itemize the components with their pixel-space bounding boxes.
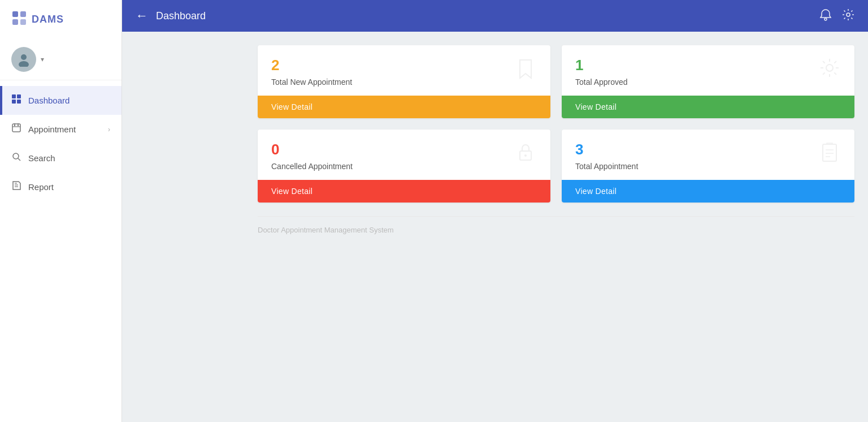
card-footer-total[interactable]: View Detail — [562, 180, 854, 203]
svg-point-22 — [824, 18, 827, 20]
sidebar-item-appointment[interactable]: Appointment › — [0, 115, 121, 144]
svg-rect-14 — [14, 125, 15, 126]
avatar — [11, 47, 36, 72]
svg-point-24 — [826, 64, 833, 71]
card-left: 0 Cancelled Appointment — [271, 141, 353, 171]
card-icon-lock — [514, 141, 537, 168]
back-button[interactable]: ← — [136, 8, 148, 23]
svg-point-26 — [524, 154, 527, 157]
card-footer-approved[interactable]: View Detail — [562, 96, 854, 118]
card-count: 3 — [575, 141, 638, 158]
app-logo: DAMS — [0, 0, 121, 39]
card-body: 2 Total New Appointment — [258, 45, 550, 96]
card-body: 0 Cancelled Appointment — [258, 130, 550, 180]
footer-text: Doctor Appointment Management System — [258, 216, 854, 234]
card-footer-cancelled[interactable]: View Detail — [258, 180, 550, 203]
page-title: Dashboard — [156, 10, 819, 22]
card-total-new-appointment: 2 Total New Appointment View Detail — [258, 45, 550, 118]
card-label: Cancelled Appointment — [271, 162, 353, 171]
card-body: 3 Total Appointment — [562, 130, 854, 180]
card-count: 2 — [271, 57, 352, 74]
cards-grid: 2 Total New Appointment View Detail 1 To… — [258, 45, 854, 203]
svg-marker-18 — [13, 182, 20, 190]
sidebar-item-dashboard[interactable]: Dashboard — [0, 86, 121, 115]
search-label: Search — [28, 153, 55, 163]
report-icon — [11, 180, 21, 193]
settings-icon[interactable] — [842, 8, 854, 24]
svg-rect-1 — [20, 11, 26, 17]
sidebar: DAMS ▾ Dashboard — [0, 0, 122, 422]
svg-rect-0 — [12, 11, 18, 17]
sidebar-item-report[interactable]: Report — [0, 173, 121, 201]
appointment-icon — [11, 123, 21, 136]
card-icon-bookmark — [514, 57, 537, 84]
card-label: Total Approved — [575, 77, 628, 87]
card-left: 2 Total New Appointment — [271, 57, 352, 87]
search-icon — [11, 152, 21, 165]
card-total-approved: 1 Total Approved View Detail — [562, 45, 854, 118]
svg-rect-2 — [12, 19, 18, 25]
notification-icon[interactable] — [819, 8, 832, 24]
svg-rect-7 — [17, 94, 21, 98]
card-icon-clipboard — [818, 141, 841, 168]
svg-point-5 — [19, 61, 29, 67]
card-cancelled-appointment: 0 Cancelled Appointment View Detail — [258, 130, 550, 203]
report-label: Report — [28, 182, 54, 192]
svg-line-17 — [18, 158, 20, 161]
user-dropdown-arrow[interactable]: ▾ — [41, 55, 44, 63]
card-left: 1 Total Approved — [575, 57, 628, 87]
svg-rect-6 — [12, 94, 16, 98]
svg-rect-8 — [12, 100, 16, 104]
svg-rect-27 — [823, 144, 836, 161]
svg-rect-15 — [18, 125, 19, 126]
card-count: 1 — [575, 57, 628, 74]
card-footer-new-appointment[interactable]: View Detail — [258, 96, 550, 118]
card-icon-gear — [818, 57, 841, 84]
svg-point-16 — [13, 153, 19, 159]
svg-point-23 — [847, 13, 850, 16]
card-label: Total Appointment — [575, 162, 638, 171]
svg-rect-10 — [12, 124, 20, 132]
dashboard-label: Dashboard — [28, 96, 70, 105]
svg-point-4 — [21, 54, 27, 60]
sidebar-nav: Dashboard Appointment › — [0, 80, 121, 422]
main-content: 2 Total New Appointment View Detail 1 To… — [244, 32, 868, 422]
sidebar-item-search[interactable]: Search — [0, 144, 121, 173]
app-name: DAMS — [32, 14, 64, 25]
card-total-appointment: 3 Total Appointment View Detail — [562, 130, 854, 203]
topbar: ← Dashboard — [122, 0, 868, 32]
user-profile[interactable]: ▾ — [0, 39, 121, 80]
card-label: Total New Appointment — [271, 77, 352, 87]
appointment-arrow: › — [108, 126, 110, 134]
appointment-label: Appointment — [28, 124, 76, 134]
card-body: 1 Total Approved — [562, 45, 854, 96]
card-count: 0 — [271, 141, 353, 158]
logo-icon — [11, 10, 27, 29]
topbar-actions — [819, 8, 854, 24]
card-left: 3 Total Appointment — [575, 141, 638, 171]
dashboard-icon — [11, 94, 21, 107]
svg-rect-3 — [20, 19, 26, 25]
svg-rect-9 — [17, 100, 21, 104]
